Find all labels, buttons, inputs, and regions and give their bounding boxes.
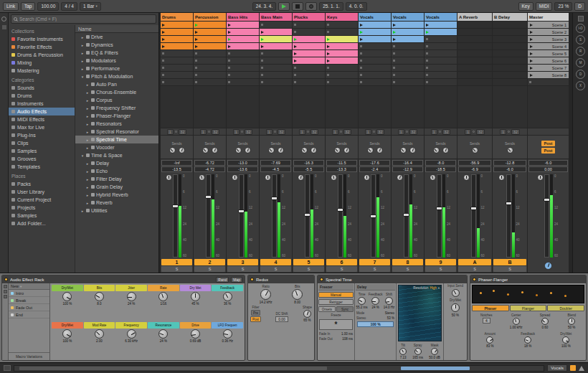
spread-knob[interactable]	[541, 318, 549, 325]
expand-arrow-icon[interactable]: ▸	[80, 43, 85, 47]
empty-clip-slot[interactable]	[161, 50, 193, 57]
sidebar-item-grooves[interactable]: Grooves	[9, 155, 75, 163]
sidebar-item-instruments[interactable]: Instruments	[9, 100, 75, 108]
tree-item-spectral-resonator[interactable]: ▸Spectral Resonator	[75, 128, 158, 136]
feedback-knob[interactable]	[371, 297, 379, 305]
macro-knob[interactable]	[158, 329, 168, 339]
pan-knob[interactable]	[430, 174, 436, 181]
rack-devices-toggle-icon[interactable]	[4, 295, 7, 298]
pan-knob[interactable]	[397, 174, 403, 181]
send-a-knob[interactable]	[507, 147, 513, 154]
track-number-button[interactable]: 6	[326, 259, 357, 265]
empty-clip-slot[interactable]	[161, 72, 193, 78]
fader-handle[interactable]	[470, 207, 477, 210]
fader-handle[interactable]	[172, 204, 179, 208]
scene-play-icon[interactable]	[530, 67, 533, 70]
empty-clip-slot[interactable]	[293, 65, 325, 71]
clip-slot[interactable]	[293, 50, 325, 57]
send-b-post-toggle[interactable]: Post	[541, 148, 556, 154]
send-a-knob[interactable]	[301, 147, 308, 154]
clip-play-icon[interactable]	[261, 31, 264, 34]
empty-clip-slot[interactable]	[392, 50, 424, 57]
empty-clip-slot[interactable]	[260, 22, 292, 28]
clip-play-icon[interactable]	[393, 38, 396, 41]
freezer-manual-button[interactable]: Manual	[318, 292, 354, 298]
clip-stop-icon[interactable]	[162, 60, 164, 62]
bits-knob[interactable]	[292, 289, 303, 300]
tab-doubler[interactable]: Doubler	[547, 305, 584, 311]
tree-item-time-space[interactable]: ▾Time & Space	[75, 151, 158, 159]
clip-slot[interactable]	[425, 22, 457, 28]
expand-arrow-icon[interactable]: ▸	[85, 82, 90, 87]
io-value[interactable]: 1	[465, 129, 471, 135]
clip-slot[interactable]	[194, 22, 226, 28]
tree-item-eq-filters[interactable]: ▸EQ & Filters	[75, 49, 158, 57]
macro-knob[interactable]	[223, 329, 232, 339]
volume-value[interactable]: -4.72	[194, 166, 225, 172]
volume-value[interactable]: -18.5	[425, 166, 456, 172]
clip-slot[interactable]	[194, 29, 226, 35]
empty-clip-slot[interactable]	[194, 65, 226, 71]
track-number-button[interactable]: 1	[161, 259, 192, 265]
clip-stop-icon[interactable]	[327, 67, 329, 69]
empty-clip-slot[interactable]	[425, 36, 457, 42]
dc-shift-value[interactable]: 0.00	[275, 316, 288, 322]
mixer-toggle-i-o[interactable]: I-O	[576, 24, 585, 33]
volume-value[interactable]: -5.5	[293, 166, 324, 172]
mixer-toggle-m[interactable]: M	[576, 58, 585, 67]
clip-play-icon[interactable]	[426, 24, 429, 27]
track-header[interactable]: Plucks	[293, 13, 325, 21]
rack-chain-toggle-icon[interactable]	[4, 290, 7, 293]
io-value[interactable]: 32	[310, 129, 319, 135]
tempo-field[interactable]: 100.00	[37, 2, 59, 11]
chain-new-dropdown[interactable]: New▾	[9, 283, 49, 290]
resolution-control[interactable]: Resolution High ▾	[413, 286, 440, 290]
clip-stop-all-button[interactable]	[425, 79, 457, 85]
solo-button[interactable]: S	[227, 266, 258, 272]
track-header[interactable]: A Reverb	[457, 13, 492, 21]
empty-clip-slot[interactable]	[425, 72, 457, 78]
sidebar-item-templates[interactable]: Templates	[9, 163, 75, 171]
clip-play-icon[interactable]	[360, 24, 363, 27]
empty-clip-slot[interactable]	[392, 43, 424, 49]
volume-value[interactable]: 0.00	[528, 166, 568, 172]
track-number-button[interactable]: 2	[194, 259, 225, 265]
clip-play-icon[interactable]	[327, 52, 330, 55]
track-number-button[interactable]: A	[458, 259, 491, 265]
tree-item-filter-delay[interactable]: ▸Filter Delay	[75, 175, 158, 183]
fader-handle[interactable]	[205, 195, 212, 199]
sidebar-item-plug-ins[interactable]: Plug-Ins	[9, 131, 75, 139]
volume-fader[interactable]	[437, 174, 442, 258]
macro-knob[interactable]	[127, 329, 136, 339]
expand-arrow-icon[interactable]: ▸	[85, 146, 90, 150]
send-b-knob[interactable]	[409, 147, 416, 154]
fade-in-value[interactable]: 1.00 ms	[341, 332, 353, 336]
scene-play-icon[interactable]	[530, 24, 533, 27]
volume-fader[interactable]	[338, 174, 343, 258]
freeze-button[interactable]: *	[319, 319, 353, 330]
empty-clip-slot[interactable]	[260, 50, 292, 57]
sidebar-item-samples[interactable]: Samples	[9, 212, 75, 219]
clip-stop-icon[interactable]	[426, 60, 428, 62]
track-header[interactable]: Vocals	[359, 13, 391, 21]
clip-play-icon[interactable]	[228, 31, 231, 34]
tree-item-performance[interactable]: ▸Performance	[75, 65, 158, 72]
clip-slot[interactable]	[227, 36, 259, 42]
sidebar-item-drums-percussion[interactable]: Drums & Percussion	[9, 51, 75, 59]
clip-slot[interactable]	[326, 43, 358, 49]
send-a-knob[interactable]	[268, 147, 275, 154]
device-power-icon[interactable]	[250, 278, 254, 281]
expand-arrow-icon[interactable]: ▸	[80, 59, 85, 63]
scene-slot[interactable]: Scene 2	[528, 29, 569, 35]
io-value[interactable]: 1	[365, 129, 371, 135]
tree-item-frequency-shifter[interactable]: ▸Frequency Shifter	[75, 104, 158, 112]
clip-slot[interactable]	[425, 29, 457, 35]
track-number-button[interactable]: 8	[392, 259, 423, 265]
search-bar[interactable]	[11, 14, 156, 24]
empty-clip-slot[interactable]	[425, 43, 457, 49]
clip-stop-all-button[interactable]	[326, 79, 358, 85]
expand-arrow-icon[interactable]: ▸	[80, 35, 85, 39]
fader-handle[interactable]	[271, 197, 278, 200]
expand-arrow-icon[interactable]: ▸	[85, 90, 90, 95]
send-a-knob[interactable]	[334, 147, 341, 154]
